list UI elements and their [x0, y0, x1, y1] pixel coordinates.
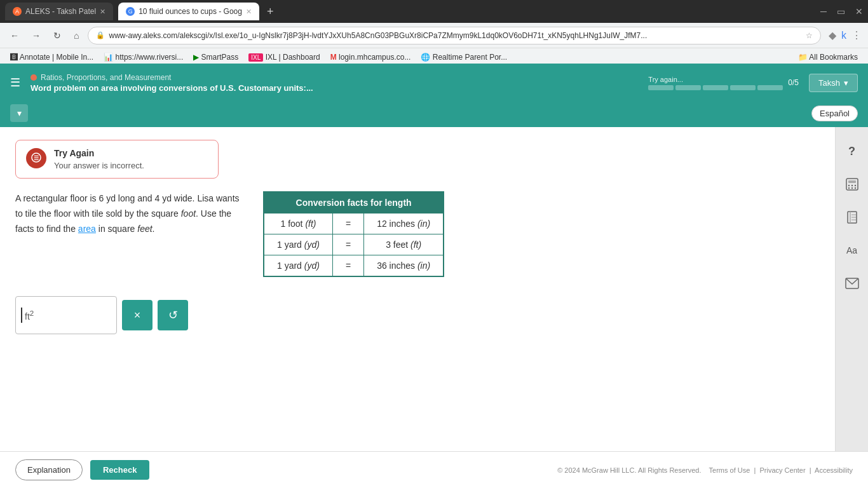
svg-rect-3 — [848, 180, 856, 183]
conv-unit-yd3: (yd) — [304, 261, 320, 271]
conv-row2-right: 3 feet (ft) — [364, 234, 444, 255]
try-again-message: Your answer is incorrect. — [54, 161, 144, 170]
expand-button[interactable]: ▾ — [10, 104, 28, 122]
forward-button[interactable]: → — [28, 28, 44, 43]
bookmark-icon: 🅱 — [10, 53, 18, 62]
main-row: ☰ Try Again Your answer is incorrect. A … — [0, 127, 868, 451]
tab-aleks[interactable]: A ALEKS - Taksh Patel ✕ — [5, 3, 113, 20]
content-wrapper: ☰ Try Again Your answer is incorrect. A … — [0, 127, 868, 488]
tab-google[interactable]: G 10 fluid ounces to cups - Goog ✕ — [118, 3, 259, 20]
try-again-title: Try Again — [54, 148, 144, 158]
tab-title-aleks: ALEKS - Taksh Patel — [25, 7, 96, 16]
footer-text: © 2024 McGraw Hill LLC. All Rights Reser… — [157, 466, 853, 474]
mail-icon-button[interactable] — [841, 272, 864, 295]
speech-icon: ☰ — [31, 152, 42, 164]
user-name: Taksh — [818, 78, 840, 88]
notebook-icon — [845, 210, 859, 224]
star-icon[interactable]: ☆ — [806, 31, 813, 40]
espanol-button[interactable]: Español — [811, 105, 858, 121]
undo-button[interactable]: ↺ — [158, 300, 188, 330]
progress-seg-5 — [757, 85, 783, 90]
conversion-row-3: 1 yard (yd) = 36 inches (in) — [264, 255, 444, 277]
font-size-icon-button[interactable]: Aa — [841, 239, 864, 262]
folder-icon: 📁 — [798, 53, 808, 62]
problem-link-area[interactable]: area — [78, 224, 96, 234]
category-dot — [31, 74, 37, 81]
hamburger-button[interactable]: ☰ — [10, 76, 20, 90]
calculator-icon-button[interactable] — [841, 173, 864, 196]
conv-row2-eq: = — [332, 234, 363, 255]
menu-icon[interactable]: ⋮ — [851, 29, 862, 41]
try-again-content: Try Again Your answer is incorrect. — [54, 148, 144, 170]
maximize-button[interactable]: ▭ — [837, 6, 845, 17]
conv-row1-left: 1 foot (ft) — [264, 214, 332, 234]
problem-section: A rectangular floor is 6 yd long and 4 y… — [15, 191, 820, 277]
accessibility-link[interactable]: Accessibility — [815, 466, 853, 474]
svg-point-8 — [851, 187, 852, 189]
help-icon-button[interactable]: ? — [841, 140, 864, 163]
question-mark-icon: ? — [848, 145, 855, 158]
right-sidebar: ? — [835, 127, 868, 451]
header-title-area: Ratios, Proportions, and Measurement Wor… — [31, 73, 638, 93]
problem-italic-feet: feet — [137, 224, 152, 234]
reload-button[interactable]: ↻ — [50, 28, 65, 43]
progress-seg-4 — [730, 85, 756, 90]
m-icon: M — [330, 53, 337, 62]
address-bar[interactable]: 🔒 www-awy.aleks.com/alekscgi/x/Isl.exe/1… — [88, 27, 821, 44]
progress-bar — [648, 85, 783, 90]
svg-point-7 — [848, 187, 849, 189]
conversion-row-2: 1 yard (yd) = 3 feet (ft) — [264, 234, 444, 255]
tab-favicon-google: G — [126, 7, 135, 16]
bookmark-ixl[interactable]: IXL IXL | Dashboard — [245, 51, 323, 63]
header-category: Ratios, Proportions, and Measurement — [31, 73, 638, 82]
conv-row1-eq: = — [332, 214, 363, 234]
conv-unit-yd2: (yd) — [304, 240, 320, 250]
sp-icon: ▶ — [193, 53, 199, 62]
terms-link[interactable]: Terms of Use — [709, 466, 750, 474]
bookmark-all[interactable]: 📁 All Bookmarks — [794, 51, 862, 63]
extensions-icon[interactable]: ◆ — [829, 29, 836, 41]
progress-seg-3 — [703, 85, 728, 90]
progress-seg-2 — [675, 85, 701, 90]
bookmark-annotate[interactable]: 🅱 Annotate | Mobile In... — [6, 51, 97, 63]
notebook-icon-button[interactable] — [841, 206, 864, 229]
recheck-button[interactable]: Recheck — [90, 460, 149, 480]
calculator-icon — [845, 177, 859, 191]
home-button[interactable]: ⌂ — [70, 28, 83, 43]
copyright-text: © 2024 McGraw Hill LLC. All Rights Reser… — [557, 466, 701, 474]
sub-header: ▾ Español — [0, 102, 868, 127]
answer-input-box[interactable]: ft2 — [15, 296, 117, 334]
conv-row3-eq: = — [332, 255, 363, 277]
bookmark-realtime[interactable]: 🌐 Realtime Parent Por... — [417, 51, 511, 63]
bottom-bar: Explanation Recheck © 2024 McGraw Hill L… — [0, 451, 868, 488]
try-again-box: ☰ Try Again Your answer is incorrect. — [15, 140, 219, 179]
clear-button[interactable]: × — [122, 300, 153, 330]
try-again-label: Try again... — [648, 76, 783, 83]
privacy-link[interactable]: Privacy Center — [759, 466, 805, 474]
progress-text: 0/5 — [788, 78, 799, 87]
ixl-icon: IXL — [248, 53, 263, 62]
explanation-button[interactable]: Explanation — [15, 459, 83, 480]
user-menu-button[interactable]: Taksh ▾ — [809, 74, 858, 92]
svg-point-6 — [854, 185, 855, 186]
profile-icon[interactable]: k — [841, 30, 846, 41]
browser-controls: ← → ↻ ⌂ 🔒 www-awy.aleks.com/alekscgi/x/I… — [0, 23, 868, 48]
close-button[interactable]: ✕ — [855, 6, 863, 17]
bookmark-riversi[interactable]: 📊 https://www.riversi... — [100, 51, 187, 63]
conv-row3-right: 36 inches (in) — [364, 255, 444, 277]
bookmark-mhcampus[interactable]: M login.mhcampus.co... — [327, 51, 415, 63]
chart-icon: 📊 — [104, 53, 113, 62]
progress-seg-1 — [648, 85, 674, 90]
progress-section: Try again... 0/5 — [648, 76, 799, 90]
conv-row2-left: 1 yard (yd) — [264, 234, 332, 255]
bookmark-smartpass[interactable]: ▶ SmartPass — [189, 51, 242, 63]
tab-close-aleks[interactable]: ✕ — [100, 8, 105, 16]
cursor-line — [21, 308, 22, 323]
header-subtitle: Word problem on area involving conversio… — [31, 83, 638, 93]
back-button[interactable]: ← — [6, 28, 23, 43]
conversion-table-container: Conversion facts for length 1 foot (ft) … — [263, 191, 444, 277]
minimize-button[interactable]: ─ — [820, 6, 827, 17]
new-tab-button[interactable]: + — [264, 3, 276, 21]
app-container: ☰ Ratios, Proportions, and Measurement W… — [0, 64, 868, 488]
tab-close-google[interactable]: ✕ — [246, 8, 252, 16]
